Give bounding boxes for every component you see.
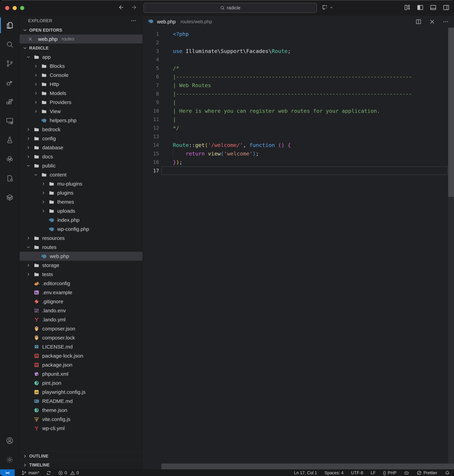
chev-right-icon[interactable]	[33, 109, 38, 114]
section-header-timeline[interactable]: TIMELINE	[20, 461, 143, 469]
code-line-1[interactable]: 1<?php	[143, 30, 454, 38]
code-line-12[interactable]: 12*/	[143, 124, 454, 132]
chev-right-icon[interactable]	[26, 272, 31, 277]
chev-down-icon[interactable]	[33, 172, 38, 177]
chevron-down-icon[interactable]	[329, 6, 333, 10]
tree-folder-bedrock[interactable]: bedrock	[20, 125, 143, 134]
chev-right-icon[interactable]	[26, 127, 31, 132]
chev-down-icon[interactable]	[26, 55, 31, 60]
close-window-button[interactable]	[5, 6, 9, 10]
views-and-more-actions-icon[interactable]	[130, 18, 136, 23]
code-line-11[interactable]: 11|	[143, 115, 454, 124]
tree-folder-database[interactable]: database	[20, 143, 143, 152]
chev-right-icon[interactable]	[26, 154, 31, 159]
code-area[interactable]: 1<?php23use Illuminate\Support\Facades\R…	[143, 28, 454, 469]
activity-item-accounts[interactable]	[0, 431, 20, 450]
code-line-9[interactable]: 9|	[143, 98, 454, 107]
chev-down-icon[interactable]	[26, 245, 31, 250]
tree-folder-app[interactable]: app	[20, 53, 143, 61]
tree-file-phpunit-xml[interactable]: phpunit.xml	[20, 369, 143, 378]
tree-file-wp-cli-yml[interactable]: wp-cli.yml	[20, 424, 143, 433]
tree-folder-uploads[interactable]: uploads	[20, 206, 143, 215]
activity-item-search[interactable]	[0, 35, 20, 54]
project-root-header[interactable]: RADICLE	[20, 44, 143, 53]
customize-layout-icon[interactable]	[404, 4, 411, 11]
chev-right-icon[interactable]	[26, 145, 31, 150]
open-editor-item-web-php[interactable]: web.php routes	[20, 35, 143, 44]
tree-file-package-lock-json[interactable]: package-lock.json	[20, 351, 143, 360]
code-line-15[interactable]: 15 return view('welcome');	[143, 149, 454, 158]
vertical-scrollbar[interactable]	[448, 28, 454, 197]
tree-file-pint-json[interactable]: pint.json	[20, 378, 143, 387]
tree-file-package-json[interactable]: package.json	[20, 360, 143, 369]
close-editor-icon[interactable]	[429, 19, 435, 25]
more-actions-icon[interactable]	[443, 19, 449, 25]
horizontal-scrollbar[interactable]	[161, 463, 454, 469]
tree-folder-themes[interactable]: themes	[20, 197, 143, 206]
status-language-mode[interactable]: {}PHP	[383, 470, 396, 475]
chev-right-icon[interactable]	[41, 181, 46, 186]
chev-right-icon[interactable]	[41, 200, 46, 204]
tree-folder-tests[interactable]: tests	[20, 270, 143, 279]
code-line-17[interactable]: 17	[143, 166, 454, 175]
chev-right-icon[interactable]	[33, 82, 38, 87]
code-line-16[interactable]: 16});	[143, 158, 454, 166]
sync-changes-button[interactable]	[46, 470, 51, 476]
tree-file--gitignore[interactable]: .gitignore	[20, 297, 143, 306]
copilot-chat-button[interactable]	[321, 4, 333, 11]
code-line-10[interactable]: 10| Here is where you can register web r…	[143, 107, 454, 115]
command-center-search[interactable]: radicle	[144, 3, 317, 13]
activity-item-extensions[interactable]	[0, 92, 20, 111]
tree-file-license-md[interactable]: LICENSE.md	[20, 342, 143, 351]
code-line-14[interactable]: 14Route::get('/welcome/', function () {	[143, 141, 454, 149]
tree-file-composer-json[interactable]: composer.json	[20, 324, 143, 333]
open-editors-header[interactable]: OPEN EDITORS	[20, 26, 143, 35]
status-notifications[interactable]	[445, 470, 450, 476]
activity-item-testing[interactable]	[0, 131, 20, 150]
chev-right-icon[interactable]	[26, 236, 31, 241]
tree-folder-routes[interactable]: routes	[20, 243, 143, 252]
chev-down-icon[interactable]	[26, 163, 31, 168]
code-line-13[interactable]: 13	[143, 132, 454, 141]
tree-file-vite-config-js[interactable]: vite.config.js	[20, 415, 143, 424]
code-line-7[interactable]: 7| Web Routes	[143, 81, 454, 90]
tree-folder-public[interactable]: public	[20, 161, 143, 170]
tree-file-playwright-config-js[interactable]: JSplaywright.config.js	[20, 387, 143, 397]
split-editor-icon[interactable]	[415, 19, 422, 25]
status-encoding[interactable]: UTF-8	[351, 470, 363, 475]
forward-arrow-icon[interactable]	[131, 4, 138, 11]
tree-file-theme-json[interactable]: theme.json	[20, 406, 143, 415]
code-line-4[interactable]: 4	[143, 55, 454, 64]
problems-status[interactable]: 0 0	[58, 470, 79, 476]
tree-file-helpers-php[interactable]: helpers.php	[20, 116, 143, 125]
tree-folder-http[interactable]: Http	[20, 80, 143, 89]
tab-web-php[interactable]: web.php routes/web.php	[148, 18, 212, 25]
code-line-3[interactable]: 3use Illuminate\Support\Facades\Route;	[143, 47, 454, 55]
zoom-window-button[interactable]	[20, 6, 24, 10]
tree-folder-console[interactable]: Console	[20, 70, 143, 80]
tree-folder-providers[interactable]: Providers	[20, 98, 143, 107]
tree-file--lando-yml[interactable]: .lando.yml	[20, 315, 143, 324]
status-indentation[interactable]: Spaces: 4	[325, 470, 343, 475]
activity-item-containers[interactable]	[0, 188, 20, 207]
status-copilot-status[interactable]	[404, 470, 409, 476]
traffic-lights[interactable]	[5, 6, 24, 10]
tree-file-web-php[interactable]: web.php	[20, 252, 143, 261]
tree-file-wp-config-php[interactable]: wp-config.php	[20, 224, 143, 234]
section-header-outline[interactable]: OUTLINE	[20, 452, 143, 461]
tree-file--env-example[interactable]: .env.example	[20, 288, 143, 297]
activity-item-settings[interactable]	[0, 450, 20, 469]
tree-folder-config[interactable]: config	[20, 134, 143, 143]
tree-folder-view[interactable]: View	[20, 107, 143, 116]
tree-file--editorconfig[interactable]: .editorconfig	[20, 279, 143, 288]
chev-right-icon[interactable]	[26, 136, 31, 141]
minimize-window-button[interactable]	[13, 6, 17, 10]
branch-status[interactable]: main*	[22, 470, 39, 476]
tree-folder-resources[interactable]: resources	[20, 234, 143, 243]
chev-right-icon[interactable]	[41, 191, 46, 195]
tree-file--lando-env[interactable]: .lando.env	[20, 306, 143, 315]
activity-item-remote-explorer[interactable]	[0, 111, 20, 131]
tree-folder-storage[interactable]: storage	[20, 261, 143, 270]
code-line-2[interactable]: 2	[143, 38, 454, 47]
chev-right-icon[interactable]	[26, 263, 31, 268]
